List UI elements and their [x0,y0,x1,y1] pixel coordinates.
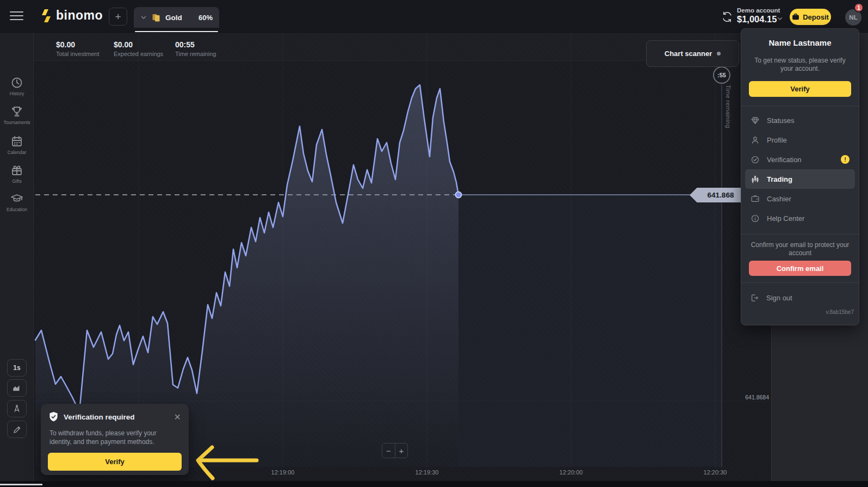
menu-item-statuses[interactable]: Statuses [745,110,855,130]
sidebar-item-tournaments[interactable]: Tournaments [0,105,34,125]
menu-item-cashier[interactable]: Cashier [745,189,855,208]
zoom-out-button[interactable]: − [382,443,395,458]
wallet-icon [792,13,799,21]
bottom-edge [0,481,868,487]
account-type: Demo account [737,7,780,14]
gem-icon [751,116,760,125]
calendar-icon [10,135,23,148]
candles-icon [751,175,760,184]
chart-type-button[interactable] [7,379,27,397]
asset-tab-gold[interactable]: Gold 60% [134,7,219,28]
deal-timer-badge: :55 [713,66,730,84]
drawing-tools-button[interactable] [7,421,27,438]
menu-item-label: Help Center [767,214,804,223]
account-name: Name Lastname [741,38,859,47]
email-notice-text: Confirm your email to protect your accou… [750,241,850,257]
info-icon [751,214,760,223]
menu-icon[interactable] [10,11,23,21]
verification-alert-badge: ! [841,155,850,164]
menu-item-help-center[interactable]: Help Center [745,208,855,228]
account-menu-list: Statuses Profile Verification ! [741,106,859,228]
sidebar-item-history[interactable]: History [0,76,34,96]
verify-button[interactable]: Verify [749,81,851,97]
expected-earnings-label: Expected earnings [114,51,163,57]
expected-earnings: $0.00 Expected earnings [114,40,163,57]
menu-item-label: Profile [767,136,787,144]
menu-item-label: Statuses [767,116,795,125]
current-price-dot [456,192,462,198]
status-dot-icon [717,52,721,56]
pencil-icon [13,425,22,434]
sidebar-item-label: Calendar [0,150,34,155]
sidebar-item-label: Education [0,207,34,212]
notification-badge: 1 [854,3,864,13]
sidebar-item-label: Gifts [0,178,34,184]
time-remaining-value: 00:55 [175,40,216,49]
logo-text: binomo [56,8,103,23]
total-investment: $0.00 Total investment [56,40,99,57]
sign-out-icon [750,293,759,303]
graduation-cap-icon [10,192,24,205]
chart-scanner-label: Chart scanner [665,50,712,58]
wallet-outline-icon [751,194,760,204]
shield-check-icon [48,411,59,423]
deposit-button[interactable]: Deposit [790,9,831,25]
divider [741,234,859,235]
sidebar-item-education[interactable]: Education [0,192,34,212]
check-circle-icon [751,155,760,164]
expected-earnings-value: $0.00 [114,40,163,49]
time-axis-label: 12:20:00 [552,469,590,476]
add-asset-tab-button[interactable]: + [109,8,127,26]
popup-verify-button[interactable]: Verify [48,453,182,471]
sidebar-item-label: Tournaments [0,120,34,125]
time-remaining-info: 00:55 Time remaining [175,40,216,57]
close-icon[interactable]: ✕ [174,413,181,422]
menu-item-label: Trading [767,175,792,183]
asset-payout: 60% [199,14,213,22]
app-version: v.8ab15be7 [741,309,859,315]
drafting-compass-icon [12,404,22,414]
clock-icon [10,76,23,89]
verification-popup: Verification required ✕ To withdraw fund… [41,404,189,475]
time-axis-label: 12:20:30 [696,469,734,476]
sign-out-button[interactable]: Sign out [741,289,859,306]
time-axis-label: 12:19:30 [408,469,446,476]
indicators-button[interactable] [7,400,27,417]
account-menu-panel: Name Lastname To get new status, please … [741,28,859,325]
total-investment-label: Total investment [56,51,99,57]
account-switcher[interactable]: Demo account $1,004.15 [737,7,780,24]
chevron-down-icon [140,14,147,21]
logo-bolt-icon [40,9,52,23]
account-chevron-down-icon[interactable] [777,15,783,22]
zoom-in-button[interactable]: + [395,443,407,458]
menu-item-trading[interactable]: Trading [745,169,855,189]
sidebar-item-calendar[interactable]: Calendar [0,135,34,155]
binomo-logo: binomo [40,8,103,23]
menu-item-label: Verification [767,156,802,164]
topbar: binomo + Gold 60% Demo account $1,004.15 [0,0,868,33]
left-sidebar: History Tournaments Calendar Gifts [0,33,34,481]
trophy-icon [10,105,23,118]
confirm-email-button[interactable]: Confirm email [749,261,851,276]
annotation-arrow-icon [190,433,272,484]
menu-item-label: Cashier [767,195,791,203]
binomo-app: $0.00 Total investment $0.00 Expected ea… [0,0,868,487]
gold-bars-icon [151,13,161,22]
chart-scanner-button[interactable]: Chart scanner [646,40,739,67]
menu-item-verification[interactable]: Verification ! [745,150,855,169]
active-deal-region [458,195,722,467]
gift-icon [10,164,23,177]
menu-item-profile[interactable]: Profile [745,130,855,150]
refresh-icon[interactable] [721,11,733,23]
chart-zoom-controls: − + [382,443,408,458]
bottom-scroll-indicator [0,484,42,485]
sign-out-label: Sign out [766,294,792,302]
user-icon [751,135,760,145]
sidebar-item-gifts[interactable]: Gifts [0,164,34,184]
asset-name: Gold [165,14,182,22]
popup-title: Verification required [64,413,135,421]
popup-body: To withdraw funds, please verify your id… [49,429,180,446]
divider [741,282,859,283]
timeframe-button[interactable]: 1s [7,359,27,377]
time-remaining-label: Time remaining [175,51,216,57]
